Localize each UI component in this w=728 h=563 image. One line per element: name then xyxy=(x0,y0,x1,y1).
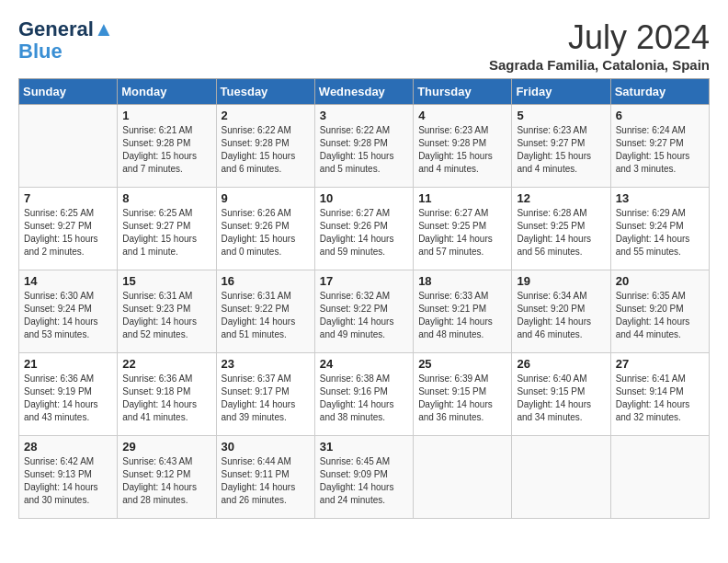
calendar-cell: 20Sunrise: 6:35 AM Sunset: 9:20 PM Dayli… xyxy=(610,270,709,353)
month-year: July 2024 xyxy=(489,18,710,57)
day-content: Sunrise: 6:23 AM Sunset: 9:27 PM Dayligh… xyxy=(517,124,605,176)
calendar-cell: 13Sunrise: 6:29 AM Sunset: 9:24 PM Dayli… xyxy=(610,188,709,270)
day-number: 11 xyxy=(418,191,506,205)
calendar-cell: 18Sunrise: 6:33 AM Sunset: 9:21 PM Dayli… xyxy=(414,270,512,353)
calendar-week-row: 1Sunrise: 6:21 AM Sunset: 9:28 PM Daylig… xyxy=(19,105,710,188)
calendar-cell: 4Sunrise: 6:23 AM Sunset: 9:28 PM Daylig… xyxy=(414,105,512,188)
day-content: Sunrise: 6:29 AM Sunset: 9:24 PM Dayligh… xyxy=(616,207,704,259)
day-content: Sunrise: 6:36 AM Sunset: 9:19 PM Dayligh… xyxy=(24,373,112,424)
day-number: 19 xyxy=(517,274,605,288)
day-content: Sunrise: 6:40 AM Sunset: 9:15 PM Dayligh… xyxy=(517,373,605,424)
calendar-cell: 27Sunrise: 6:41 AM Sunset: 9:14 PM Dayli… xyxy=(610,353,709,436)
day-number: 6 xyxy=(616,109,704,122)
calendar-cell: 11Sunrise: 6:27 AM Sunset: 9:25 PM Dayli… xyxy=(414,188,512,270)
day-number: 12 xyxy=(517,191,605,205)
day-number: 8 xyxy=(122,191,210,205)
calendar-header-row: SundayMondayTuesdayWednesdayThursdayFrid… xyxy=(19,79,710,105)
day-content: Sunrise: 6:22 AM Sunset: 9:28 PM Dayligh… xyxy=(320,124,408,176)
calendar-cell: 3Sunrise: 6:22 AM Sunset: 9:28 PM Daylig… xyxy=(314,105,413,188)
day-number: 29 xyxy=(122,440,210,454)
day-number: 27 xyxy=(616,357,704,371)
day-number: 15 xyxy=(122,274,210,288)
day-content: Sunrise: 6:27 AM Sunset: 9:26 PM Dayligh… xyxy=(320,207,408,259)
header-thursday: Thursday xyxy=(414,79,512,105)
day-content: Sunrise: 6:23 AM Sunset: 9:28 PM Dayligh… xyxy=(418,124,506,176)
calendar-cell: 9Sunrise: 6:26 AM Sunset: 9:26 PM Daylig… xyxy=(216,188,314,270)
calendar-cell: 1Sunrise: 6:21 AM Sunset: 9:28 PM Daylig… xyxy=(118,105,216,188)
header-friday: Friday xyxy=(512,79,610,105)
day-number: 16 xyxy=(222,274,310,288)
day-content: Sunrise: 6:37 AM Sunset: 9:17 PM Dayligh… xyxy=(222,373,310,424)
day-content: Sunrise: 6:28 AM Sunset: 9:25 PM Dayligh… xyxy=(517,207,605,259)
day-number: 23 xyxy=(222,357,310,371)
header-saturday: Saturday xyxy=(610,79,709,105)
day-number: 31 xyxy=(320,440,408,454)
day-content: Sunrise: 6:42 AM Sunset: 9:13 PM Dayligh… xyxy=(24,455,112,507)
day-content: Sunrise: 6:39 AM Sunset: 9:15 PM Dayligh… xyxy=(418,373,506,424)
day-content: Sunrise: 6:31 AM Sunset: 9:23 PM Dayligh… xyxy=(122,290,210,341)
header-tuesday: Tuesday xyxy=(216,79,314,105)
calendar-cell xyxy=(19,105,118,188)
day-number: 13 xyxy=(616,191,704,205)
calendar-cell: 31Sunrise: 6:45 AM Sunset: 9:09 PM Dayli… xyxy=(314,436,413,519)
day-content: Sunrise: 6:43 AM Sunset: 9:12 PM Dayligh… xyxy=(122,455,210,507)
calendar-cell: 12Sunrise: 6:28 AM Sunset: 9:25 PM Dayli… xyxy=(512,188,610,270)
header-monday: Monday xyxy=(118,79,216,105)
calendar-cell: 10Sunrise: 6:27 AM Sunset: 9:26 PM Dayli… xyxy=(314,188,413,270)
calendar-cell: 15Sunrise: 6:31 AM Sunset: 9:23 PM Dayli… xyxy=(118,270,216,353)
day-content: Sunrise: 6:36 AM Sunset: 9:18 PM Dayligh… xyxy=(122,373,210,424)
day-number: 3 xyxy=(320,109,408,122)
day-number: 25 xyxy=(418,357,506,371)
header-sunday: Sunday xyxy=(19,79,118,105)
calendar-cell: 24Sunrise: 6:38 AM Sunset: 9:16 PM Dayli… xyxy=(314,353,413,436)
day-number: 28 xyxy=(24,440,112,454)
calendar-week-row: 7Sunrise: 6:25 AM Sunset: 9:27 PM Daylig… xyxy=(19,188,710,270)
calendar-cell: 22Sunrise: 6:36 AM Sunset: 9:18 PM Dayli… xyxy=(118,353,216,436)
day-number: 26 xyxy=(517,357,605,371)
day-number: 30 xyxy=(222,440,310,454)
day-number: 7 xyxy=(24,191,112,205)
calendar-cell: 5Sunrise: 6:23 AM Sunset: 9:27 PM Daylig… xyxy=(512,105,610,188)
calendar-cell: 7Sunrise: 6:25 AM Sunset: 9:27 PM Daylig… xyxy=(19,188,118,270)
day-number: 18 xyxy=(418,274,506,288)
day-content: Sunrise: 6:45 AM Sunset: 9:09 PM Dayligh… xyxy=(320,455,408,507)
day-number: 17 xyxy=(320,274,408,288)
day-number: 1 xyxy=(122,109,210,122)
day-content: Sunrise: 6:44 AM Sunset: 9:11 PM Dayligh… xyxy=(222,455,310,507)
day-content: Sunrise: 6:24 AM Sunset: 9:27 PM Dayligh… xyxy=(616,124,704,176)
calendar-cell: 19Sunrise: 6:34 AM Sunset: 9:20 PM Dayli… xyxy=(512,270,610,353)
calendar-cell: 28Sunrise: 6:42 AM Sunset: 9:13 PM Dayli… xyxy=(19,436,118,519)
calendar-week-row: 14Sunrise: 6:30 AM Sunset: 9:24 PM Dayli… xyxy=(19,270,710,353)
calendar-cell: 14Sunrise: 6:30 AM Sunset: 9:24 PM Dayli… xyxy=(19,270,118,353)
title-block: July 2024 Sagrada Familia, Catalonia, Sp… xyxy=(489,18,710,73)
day-content: Sunrise: 6:33 AM Sunset: 9:21 PM Dayligh… xyxy=(418,290,506,341)
day-number: 22 xyxy=(122,357,210,371)
day-content: Sunrise: 6:27 AM Sunset: 9:25 PM Dayligh… xyxy=(418,207,506,259)
day-content: Sunrise: 6:25 AM Sunset: 9:27 PM Dayligh… xyxy=(122,207,210,259)
page-header: General▲ Blue July 2024 Sagrada Familia,… xyxy=(18,18,710,73)
calendar-cell xyxy=(610,436,709,519)
calendar-cell: 6Sunrise: 6:24 AM Sunset: 9:27 PM Daylig… xyxy=(610,105,709,188)
logo: General▲ Blue xyxy=(18,18,114,63)
location: Sagrada Familia, Catalonia, Spain xyxy=(489,57,710,73)
calendar-cell: 26Sunrise: 6:40 AM Sunset: 9:15 PM Dayli… xyxy=(512,353,610,436)
calendar-cell: 2Sunrise: 6:22 AM Sunset: 9:28 PM Daylig… xyxy=(216,105,314,188)
day-number: 24 xyxy=(320,357,408,371)
calendar-cell: 21Sunrise: 6:36 AM Sunset: 9:19 PM Dayli… xyxy=(19,353,118,436)
day-content: Sunrise: 6:26 AM Sunset: 9:26 PM Dayligh… xyxy=(222,207,310,259)
day-content: Sunrise: 6:25 AM Sunset: 9:27 PM Dayligh… xyxy=(24,207,112,259)
day-content: Sunrise: 6:41 AM Sunset: 9:14 PM Dayligh… xyxy=(616,373,704,424)
day-number: 2 xyxy=(222,109,310,122)
day-content: Sunrise: 6:30 AM Sunset: 9:24 PM Dayligh… xyxy=(24,290,112,341)
day-content: Sunrise: 6:32 AM Sunset: 9:22 PM Dayligh… xyxy=(320,290,408,341)
calendar-cell: 25Sunrise: 6:39 AM Sunset: 9:15 PM Dayli… xyxy=(414,353,512,436)
calendar-cell xyxy=(414,436,512,519)
day-number: 10 xyxy=(320,191,408,205)
logo-text: General▲ xyxy=(18,18,114,40)
day-content: Sunrise: 6:22 AM Sunset: 9:28 PM Dayligh… xyxy=(222,124,310,176)
day-number: 4 xyxy=(418,109,506,122)
calendar-cell: 16Sunrise: 6:31 AM Sunset: 9:22 PM Dayli… xyxy=(216,270,314,353)
calendar-cell: 30Sunrise: 6:44 AM Sunset: 9:11 PM Dayli… xyxy=(216,436,314,519)
calendar-week-row: 21Sunrise: 6:36 AM Sunset: 9:19 PM Dayli… xyxy=(19,353,710,436)
calendar-cell: 8Sunrise: 6:25 AM Sunset: 9:27 PM Daylig… xyxy=(118,188,216,270)
